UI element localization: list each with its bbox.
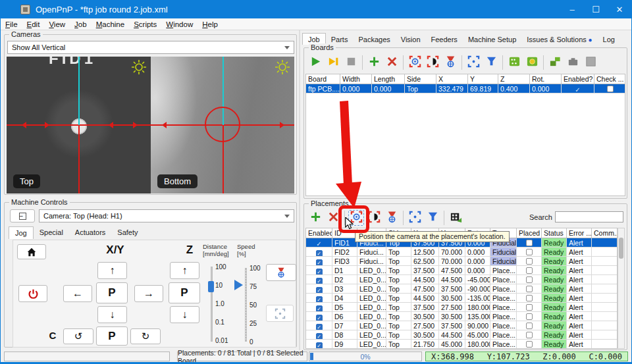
table-cell[interactable]: Top — [386, 284, 411, 293]
table-cell[interactable] — [517, 275, 542, 284]
table-cell[interactable]: Alert — [567, 275, 592, 284]
table-cell[interactable]: LED_0... — [357, 284, 386, 293]
placement-row-FID2[interactable]: ✓FID2Fiduci...Top12.50070.0000.000Fiduci… — [306, 247, 617, 257]
table-cell[interactable]: 47.500 — [411, 284, 439, 293]
camera-layout-select[interactable]: Show All Vertical — [7, 41, 294, 54]
table-cell[interactable]: LED_0... — [357, 303, 386, 311]
table-cell[interactable] — [592, 330, 618, 339]
board-row[interactable]: ftp PCB....0.0000.000Top332.47969.8190.4… — [306, 84, 625, 93]
table-cell[interactable]: 37.500 — [411, 303, 439, 311]
table-cell[interactable] — [592, 257, 618, 265]
table-cell[interactable]: 0.000 — [465, 257, 490, 265]
jog-z-plus-button[interactable]: ↑ — [170, 262, 199, 279]
table-cell[interactable]: ✓ — [306, 340, 332, 348]
placement-row-D4[interactable]: ✓D4LED_0...Top44.50030.500-135.000Place.… — [306, 294, 617, 303]
menu-view[interactable]: View — [44, 20, 70, 28]
power-button[interactable] — [18, 285, 47, 302]
tab-safety[interactable]: Safety — [111, 226, 144, 239]
table-cell[interactable]: Alert — [567, 340, 592, 348]
tab-machine-setup[interactable]: Machine Setup — [463, 34, 521, 45]
table-cell[interactable]: 332.479 — [436, 84, 468, 93]
placement-row-D9[interactable]: ✓D9LED_0...Top21.75045.000180.000Place..… — [306, 340, 617, 349]
table-cell[interactable]: FID1 — [332, 238, 357, 247]
table-cell[interactable]: FID2 — [332, 247, 357, 256]
table-cell[interactable]: Ready — [542, 294, 567, 302]
table-cell[interactable]: D1 — [332, 266, 357, 274]
position-xy-button[interactable]: P — [96, 282, 128, 303]
table-cell[interactable]: ftp PCB.... — [306, 84, 340, 93]
table-cell[interactable]: 27.500 — [411, 321, 439, 330]
table-cell[interactable]: ✓ — [306, 303, 332, 311]
table-cell[interactable]: -135.000 — [465, 294, 490, 302]
camera-view-bottom[interactable]: Bottom — [151, 57, 294, 194]
table-cell[interactable]: 37.500 — [439, 284, 465, 293]
table-cell[interactable]: 45.000 — [439, 340, 465, 348]
checkbox[interactable] — [526, 341, 533, 348]
checkbox[interactable] — [526, 332, 533, 338]
placement-row-D5[interactable]: ✓D5LED_0...Top37.50027.500180.000Place..… — [306, 303, 617, 312]
table-cell[interactable]: D4 — [332, 294, 357, 302]
table-cell[interactable]: Ready — [542, 275, 567, 284]
checkbox[interactable] — [526, 295, 533, 301]
table-cell[interactable]: Fiducial — [490, 257, 517, 265]
table-cell[interactable]: 135.000 — [465, 312, 490, 321]
table-cell[interactable]: D7 — [332, 321, 357, 330]
stop-job-button[interactable] — [343, 55, 359, 70]
camera-view-top[interactable]: FID1 Top — [7, 57, 151, 194]
search-input[interactable] — [555, 211, 623, 222]
two-sided-board-button[interactable] — [506, 55, 522, 70]
table-cell[interactable]: FID3 — [332, 257, 357, 265]
table-cell[interactable]: LED_0... — [357, 294, 386, 302]
table-cell[interactable]: Alert — [567, 266, 592, 274]
table-cell[interactable]: Place... — [490, 303, 517, 311]
table-cell[interactable]: Y — [468, 74, 498, 84]
table-cell[interactable]: 0.000 — [465, 247, 490, 256]
table-cell[interactable]: Place... — [490, 330, 517, 339]
table-cell[interactable]: Fiducial — [490, 247, 517, 256]
table-cell[interactable]: Place... — [490, 284, 517, 293]
table-cell[interactable] — [592, 284, 618, 293]
placement-row-D8[interactable]: ✓D8LED_0...Top30.50044.50045.000Place...… — [306, 330, 617, 340]
position-actuator-placement-button[interactable] — [384, 210, 400, 226]
table-cell[interactable]: 30.500 — [439, 312, 465, 321]
table-cell[interactable]: Ready — [542, 257, 567, 265]
brightness-sun-icon[interactable] — [131, 59, 147, 78]
table-cell[interactable]: ✓ — [306, 330, 332, 339]
table-cell[interactable] — [517, 312, 542, 321]
table-cell[interactable]: -45.000 — [465, 275, 490, 284]
table-cell[interactable] — [592, 321, 618, 330]
remove-board-button[interactable] — [384, 55, 400, 70]
table-cell[interactable]: 30.500 — [411, 312, 439, 321]
table-cell[interactable]: Top — [386, 266, 411, 274]
table-cell[interactable]: 30.500 — [411, 330, 439, 339]
table-cell[interactable]: 0.400 — [498, 84, 530, 93]
table-cell[interactable]: 44.500 — [411, 294, 439, 302]
table-cell[interactable] — [592, 303, 618, 311]
table-cell[interactable]: Check ... — [594, 74, 625, 84]
checkbox[interactable] — [526, 267, 533, 274]
table-cell[interactable]: Length — [372, 74, 405, 84]
checkbox[interactable] — [526, 286, 533, 292]
tab-packages[interactable]: Packages — [353, 34, 395, 45]
table-cell[interactable]: 45.000 — [465, 330, 490, 339]
scrollbar-thumb[interactable] — [619, 238, 623, 259]
jog-x-plus-button[interactable]: → — [134, 285, 163, 302]
position-tool-board-button[interactable] — [425, 55, 440, 70]
table-cell[interactable]: LED_0... — [357, 321, 386, 330]
table-cell[interactable]: Ready — [542, 340, 567, 348]
table-cell[interactable]: 37.500 — [439, 321, 465, 330]
table-cell[interactable]: Placed — [517, 228, 542, 238]
checkbox[interactable]: ✓ — [316, 342, 323, 348]
brightness-sun-icon[interactable] — [275, 59, 290, 78]
table-cell[interactable]: Alert — [567, 312, 592, 321]
table-cell[interactable] — [592, 266, 618, 274]
table-cell[interactable]: 70.000 — [439, 257, 465, 265]
table-cell[interactable]: Enabled? — [562, 74, 594, 84]
table-cell[interactable] — [517, 284, 542, 293]
table-cell[interactable]: Place... — [490, 312, 517, 321]
table-cell[interactable]: Board — [306, 74, 340, 84]
table-cell[interactable]: 70.000 — [439, 247, 465, 256]
table-cell[interactable]: Ready — [542, 303, 567, 311]
checkbox[interactable] — [526, 276, 533, 283]
table-cell[interactable] — [517, 257, 542, 265]
